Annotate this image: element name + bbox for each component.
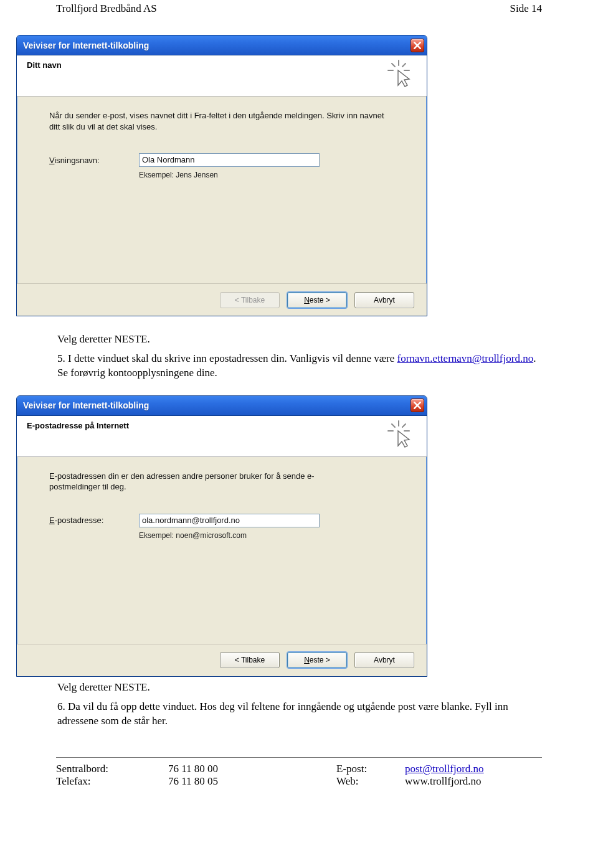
back-button: < Tilbake (220, 292, 280, 308)
email-address-input[interactable]: ola.nordmann@trollfjord.no (139, 514, 320, 527)
back-button[interactable]: < Tilbake (220, 652, 280, 668)
display-name-label: Visningsnavn: (49, 156, 130, 165)
wizard-header: E-postadresse på Internett (17, 416, 427, 457)
close-button[interactable] (411, 39, 424, 52)
para-velg-neste-2: Velg deretter NESTE. (57, 681, 541, 695)
body-text-1: Velg deretter NESTE. 5. I dette vinduet … (0, 316, 598, 389)
svg-line-5 (402, 64, 406, 67)
wizard-window-2: Veiviser for Internett-tilkobling E-post… (16, 395, 427, 677)
footer-rule (56, 757, 542, 758)
svg-line-11 (402, 424, 406, 427)
step-title: E-postadresse på Internett (27, 421, 129, 430)
footer-value-telefax: 76 11 80 05 (168, 775, 336, 788)
cancel-button[interactable]: Avbryt (354, 652, 414, 668)
footer-label-sentralbord: Sentralbord: (56, 763, 168, 775)
wizard-window-1: Veiviser for Internett-tilkobling Ditt n… (16, 35, 427, 316)
wizard-body: Når du sender e-post, vises navnet ditt … (17, 97, 427, 283)
display-name-input[interactable]: Ola Nordmann (139, 153, 320, 167)
footer-value-sentralbord: 76 11 80 00 (168, 763, 336, 775)
example-text: Eksempel: noen@microsoft.com (139, 531, 402, 540)
wizard-graphic-icon (384, 59, 413, 90)
window-title: Veiviser for Internett-tilkobling (23, 400, 149, 410)
example-email-link[interactable]: fornavn.etternavn@trollfjord.no (397, 352, 533, 364)
next-button[interactable]: Neste > (287, 652, 347, 668)
instruction-text: E-postadressen din er den adressen andre… (49, 471, 323, 493)
instruction-text: Når du sender e-post, vises navnet ditt … (49, 110, 386, 132)
wizard-body: E-postadressen din er den adressen andre… (17, 457, 427, 644)
page-header: Trollfjord Bredbånd AS Side 14 (0, 2, 598, 15)
close-icon (414, 402, 421, 409)
footer-label-web: Web: (336, 775, 405, 788)
para-step-6: 6. Da vil du få opp dette vinduet. Hos d… (57, 700, 541, 729)
svg-line-4 (392, 64, 395, 67)
window-title: Veiviser for Internett-tilkobling (23, 40, 149, 50)
footer-label-epost: E-post: (336, 763, 405, 775)
wizard-button-bar: < Tilbake Neste > Avbryt (17, 283, 427, 316)
example-text: Eksempel: Jens Jensen (139, 171, 402, 179)
wizard-button-bar: < Tilbake Neste > Avbryt (17, 644, 427, 676)
close-button[interactable] (411, 399, 424, 412)
header-page-number: Side 14 (510, 2, 542, 15)
titlebar: Veiviser for Internett-tilkobling (17, 35, 427, 55)
footer-label-telefax: Telefax: (56, 775, 168, 788)
body-text-2: Velg deretter NESTE. 6. Da vil du få opp… (0, 677, 598, 737)
next-button[interactable]: Neste > (287, 292, 347, 308)
step-title: Ditt navn (27, 60, 62, 70)
footer-value-web: www.trollfjord.no (405, 775, 482, 788)
para-step-5: 5. I dette vinduet skal du skrive inn ep… (57, 352, 541, 380)
header-company: Trollfjord Bredbånd AS (56, 2, 157, 15)
footer-email-link[interactable]: post@trollfjord.no (405, 763, 484, 775)
page-footer: Sentralbord: 76 11 80 00 E-post: post@tr… (0, 763, 598, 788)
para-velg-neste-1: Velg deretter NESTE. (57, 333, 541, 347)
cancel-button[interactable]: Avbryt (354, 292, 414, 308)
wizard-graphic-icon (384, 420, 413, 451)
email-address-label: E-postadresse: (49, 516, 130, 525)
svg-line-10 (392, 424, 395, 427)
wizard-header: Ditt navn (17, 55, 427, 97)
close-icon (414, 42, 421, 49)
titlebar: Veiviser for Internett-tilkobling (17, 396, 427, 416)
